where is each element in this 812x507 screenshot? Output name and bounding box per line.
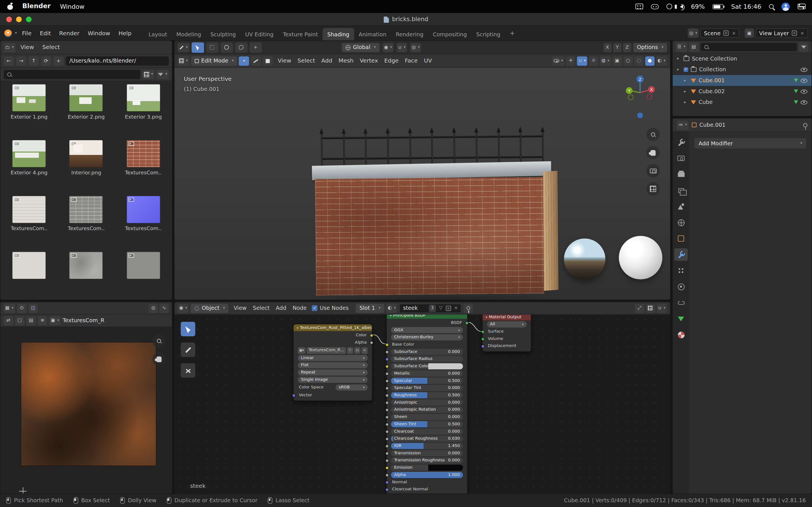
pivot-icon[interactable]: ▢ [15, 316, 24, 325]
expander-icon[interactable]: ▾ [677, 68, 681, 72]
workspace-tab[interactable]: Layout [144, 28, 172, 40]
principled-input-row[interactable]: Metallic 0.000 [391, 371, 463, 377]
node-output-socket[interactable] [370, 341, 373, 344]
node-input-socket[interactable] [386, 437, 389, 441]
shader-menu-item[interactable]: View [231, 305, 250, 311]
shader-menu-item[interactable]: Add [273, 305, 289, 311]
workspace-tab[interactable]: Modeling [172, 28, 206, 40]
shading-wireframe[interactable]: ○ [623, 56, 633, 65]
unlink-image-icon[interactable]: × [361, 347, 368, 354]
principled-input-row[interactable]: Anisotropic 0.000 [391, 399, 463, 406]
display-mode-button[interactable]: ▾ [142, 69, 154, 79]
shading-solid[interactable]: ◌ [634, 56, 644, 65]
new-view-layer-icon[interactable] [792, 31, 797, 36]
fake-user-shield-icon[interactable]: ▽ [439, 306, 443, 311]
file-thumbnail[interactable] [70, 196, 103, 223]
back-button[interactable]: ← [4, 56, 14, 65]
node-dropdown[interactable]: Linear▾ [298, 355, 368, 361]
pin-id-icon[interactable] [803, 123, 808, 127]
workspace-tab[interactable]: UV Editing [241, 28, 278, 40]
user-avatar[interactable] [781, 2, 790, 10]
image-texture-node[interactable]: ▾TexturesCom_Rust_Pitted_1K_albedo.tif C… [293, 324, 372, 401]
principled-input-row[interactable]: Transmission Roughness 0.000 [391, 457, 463, 464]
volume-icon[interactable] [680, 4, 683, 9]
remove-view-layer-icon[interactable]: × [801, 31, 804, 36]
file-thumbnail[interactable] [12, 196, 46, 223]
view-layer-icon[interactable]: ▣ [745, 29, 754, 38]
file-item[interactable]: TexturesCom.. [115, 140, 172, 196]
color-space-dropdown[interactable]: sRGB▾ [336, 385, 368, 391]
image-browse-icon[interactable]: ▣▾ [298, 347, 306, 354]
material-browse-icon[interactable]: ◐▾ [386, 303, 397, 313]
overlays-dropdown[interactable]: ◍▾ [600, 56, 611, 65]
filter-icon[interactable] [799, 42, 808, 52]
material-users-count[interactable]: 3 [428, 304, 436, 312]
hide-collection-eye-icon[interactable] [801, 68, 808, 72]
filter-button[interactable]: ▾ [157, 69, 169, 79]
file-thumbnail[interactable] [127, 196, 160, 223]
pivot-point-dropdown[interactable]: ◉▾ [382, 43, 393, 52]
workspace-tab[interactable]: Rendering [391, 28, 428, 40]
snap-toggle[interactable]: ∪▾ [577, 56, 587, 65]
node-input-socket[interactable] [386, 350, 389, 354]
xray-toggle[interactable]: ▣ [612, 56, 622, 65]
node-input-socket[interactable] [386, 408, 389, 411]
mirror-axis-toggle[interactable]: Y [613, 43, 621, 52]
node-input-socket[interactable] [481, 330, 485, 334]
principled-input-row[interactable]: Normal [391, 479, 463, 485]
image-browse-icon[interactable]: ▣▾ [49, 316, 60, 325]
edge-select-mode[interactable] [251, 56, 261, 65]
viewport-canvas[interactable]: User Perspective (1) Cube.001 Z [174, 68, 670, 300]
principled-input-row[interactable]: IOR 1.450 [391, 443, 463, 449]
camera-view-button[interactable] [646, 164, 660, 177]
principled-input-row[interactable]: Base Color [391, 341, 463, 348]
editor-type-icon[interactable]: ≔▾ [677, 120, 689, 129]
viewport-menu-item[interactable]: View [274, 58, 294, 64]
viewport-menu-item[interactable]: UV [421, 58, 435, 64]
annotate-tool-icon[interactable]: ▾ [177, 43, 189, 52]
material-output-node[interactable]: ▾Material Output All▾ Surface Vol [482, 315, 531, 352]
scene-name[interactable]: Scene [704, 31, 721, 36]
node-dropdown[interactable]: GGX▾ [391, 327, 463, 333]
workspace-tab[interactable]: Compositing [428, 28, 471, 40]
collection-checkbox[interactable]: ✓ [683, 67, 688, 72]
transform-orientation-dropdown[interactable]: Global▾ [342, 43, 379, 52]
principled-input-row[interactable]: Specular 0.500 [391, 378, 463, 384]
file-thumbnail[interactable] [127, 252, 160, 279]
node-input-socket[interactable] [386, 379, 389, 383]
object-tab-icon[interactable] [674, 232, 688, 245]
select-tool-button[interactable] [181, 322, 195, 336]
image-canvas[interactable] [1, 327, 172, 494]
image-name[interactable]: TexturesCom_R [63, 318, 104, 323]
node-input-socket[interactable] [386, 444, 389, 448]
image-pin-icon[interactable]: ⊙ [17, 303, 27, 313]
scene-browse-icon[interactable]: ◎▾ [688, 29, 699, 38]
output-tab-icon[interactable] [674, 168, 688, 180]
workspace-tab[interactable]: Shading [322, 28, 354, 40]
forward-button[interactable]: → [16, 56, 27, 65]
file-browser-select-menu[interactable]: Select [39, 45, 63, 50]
snap-icon[interactable]: ∿ [160, 303, 169, 313]
object-row[interactable]: ▸ Cube.002 [673, 86, 811, 97]
tool-tab-icon[interactable] [674, 136, 688, 149]
node-output-socket[interactable] [370, 334, 373, 337]
principled-input-row[interactable]: Specular Tint 0.000 [391, 385, 463, 391]
node-input-socket[interactable] [481, 337, 485, 341]
snap-magnet-dropdown[interactable]: ∪▾ [397, 43, 407, 52]
do-not-disturb-icon[interactable] [666, 4, 672, 9]
principled-input-row[interactable]: Transmission 0.000 [391, 450, 463, 456]
node-input-socket[interactable] [386, 372, 389, 376]
unlink-material-icon[interactable]: × [454, 306, 458, 311]
file-item[interactable]: TexturesCom.. [1, 196, 58, 252]
controller-icon[interactable] [651, 4, 659, 9]
physics-tab-icon[interactable] [674, 281, 688, 293]
apple-menu-icon[interactable] [7, 3, 13, 10]
mirror-axis-toggle[interactable]: X [603, 43, 612, 52]
node-dropdown[interactable]: Repeat▾ [298, 369, 368, 376]
expander-icon[interactable]: ▾ [677, 57, 681, 61]
parent-dir-button[interactable]: ↑ [29, 56, 39, 65]
object-row[interactable]: ▸ Cube [673, 97, 811, 108]
vertex-select-mode[interactable] [239, 56, 249, 65]
principled-input-row[interactable]: Alpha 1.000 [391, 472, 463, 478]
hide-object-eye-icon[interactable] [801, 100, 808, 104]
